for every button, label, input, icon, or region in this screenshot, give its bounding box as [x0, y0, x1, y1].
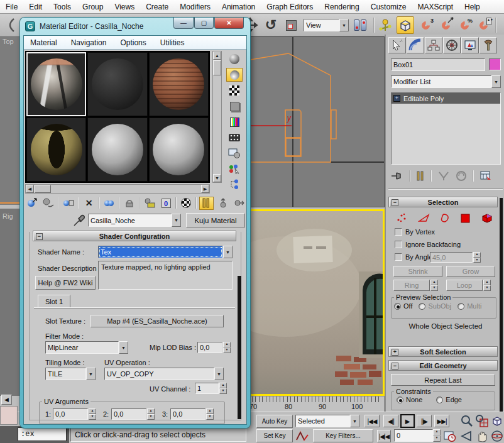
constraint-none-radio[interactable]: None	[397, 396, 422, 403]
material-sample-4[interactable]	[26, 118, 86, 182]
backlight-icon[interactable]	[226, 68, 243, 82]
select-and-scale-icon[interactable]	[283, 17, 299, 33]
show-map-in-viewport-icon[interactable]	[179, 197, 193, 210]
track-bar[interactable]: 70 80 90 100	[245, 396, 385, 413]
get-material-icon[interactable]	[25, 197, 39, 210]
uv-arg2-spinner[interactable]: ▲▼	[147, 408, 155, 420]
sample-type-icon[interactable]	[226, 52, 243, 66]
shader-name-dropdown[interactable]: Tex ▼	[98, 246, 233, 258]
preview-subobj-radio[interactable]: SubObj	[419, 302, 451, 310]
material-sample-1[interactable]	[26, 52, 86, 116]
material-map-navigator-icon[interactable]	[226, 178, 243, 192]
go-to-end-button[interactable]: ▶▶|	[434, 415, 449, 427]
shrink-button[interactable]: Shrink	[393, 266, 442, 277]
play-button[interactable]: ▶	[400, 414, 415, 428]
by-vertex-row[interactable]: By Vertex	[395, 228, 435, 236]
constraint-edge-radio[interactable]: Edge	[436, 396, 462, 403]
menu-maxscript[interactable]: MAXScript	[412, 3, 459, 11]
modifier-stack[interactable]: + Editable Poly	[391, 92, 501, 165]
tab-create[interactable]	[388, 37, 406, 53]
menu-animation[interactable]: Animation	[216, 3, 261, 11]
tab-display[interactable]	[461, 37, 479, 53]
show-end-result-stack-icon[interactable]	[416, 170, 425, 182]
chevron-down-icon[interactable]: ▼	[214, 368, 224, 380]
menu-tools[interactable]: Tools	[48, 3, 77, 11]
maxscript-listener-pink[interactable]	[0, 406, 18, 425]
angle-snap-toggle-icon[interactable]: 3	[417, 17, 434, 33]
collapse-icon[interactable]: −	[36, 233, 43, 240]
me-menu-options[interactable]: Options	[114, 38, 153, 47]
menu-views[interactable]: Views	[109, 3, 140, 11]
time-configuration-icon[interactable]	[444, 430, 456, 442]
uv-arg3-field[interactable]: 0,0	[170, 408, 205, 420]
element-mode-icon[interactable]	[480, 212, 494, 224]
arc-rotate-icon[interactable]	[490, 429, 504, 443]
mip-lod-bias-field[interactable]: 0,0	[197, 342, 222, 353]
tab-hierarchy[interactable]	[425, 37, 442, 53]
material-sample-3[interactable]	[149, 52, 209, 116]
pick-material-eyedropper-icon[interactable]	[73, 214, 85, 227]
material-type-button[interactable]: Kuju Material	[186, 213, 245, 227]
make-unique-icon[interactable]	[437, 170, 450, 182]
configure-modifier-sets-icon[interactable]	[479, 170, 492, 182]
menu-help[interactable]: Help	[459, 3, 486, 11]
expand-icon[interactable]: +	[392, 349, 398, 356]
object-color-swatch[interactable]	[489, 58, 501, 70]
spinner-snap-toggle-icon[interactable]: ▲▼	[475, 17, 491, 33]
make-preview-icon[interactable]	[226, 131, 243, 145]
percent-snap-rotate-icon[interactable]	[437, 17, 454, 33]
remove-modifier-icon[interactable]	[456, 170, 467, 182]
collapse-icon[interactable]: −	[392, 199, 398, 206]
collapse-icon[interactable]: −	[392, 363, 398, 369]
go-to-start-button[interactable]: |◀◀	[364, 415, 380, 427]
material-name-dropdown[interactable]: Casilla_Noche ▼	[88, 214, 181, 227]
assign-material-to-selection-icon[interactable]	[62, 197, 75, 210]
select-and-manipulate-icon[interactable]	[377, 17, 393, 33]
palette-hscrollbar[interactable]: ◀ ▶	[25, 184, 210, 194]
tab-modify[interactable]	[407, 37, 424, 53]
selection-set-dropdown[interactable]: Selected ▼	[295, 415, 359, 427]
grow-button[interactable]: Grow	[446, 266, 495, 277]
vertex-mode-icon[interactable]	[396, 213, 408, 223]
viewport-top-strip[interactable]: Top	[0, 36, 20, 205]
slot-texture-map-button[interactable]: Map #4 (ES_Casilla_Noche.ace)	[90, 315, 224, 327]
use-pivot-point-center-icon[interactable]	[352, 17, 368, 33]
object-name-field[interactable]: Box01	[391, 58, 485, 71]
menu-modifiers[interactable]: Modifiers	[174, 3, 216, 11]
viewport-right-strip[interactable]: Rig	[0, 209, 20, 396]
uv-channel-field[interactable]: 1	[195, 383, 219, 394]
auto-key-button[interactable]: Auto Key	[256, 415, 293, 428]
tab-motion[interactable]	[443, 37, 461, 53]
border-mode-icon[interactable]	[439, 213, 451, 223]
material-id-channel-icon[interactable]: 0	[159, 197, 173, 210]
menu-file[interactable]: File	[0, 3, 23, 11]
minimize-button[interactable]: —	[173, 18, 194, 29]
me-menu-utilities[interactable]: Utilities	[154, 38, 192, 47]
material-sample-6[interactable]	[149, 118, 209, 182]
help-fw2-wiki-button[interactable]: Help @ FW2 Wiki	[35, 276, 96, 290]
uv-arg1-spinner[interactable]: ▲▼	[89, 408, 96, 420]
select-and-rotate-icon[interactable]: ↺	[263, 17, 279, 33]
repeat-last-button[interactable]: Repeat Last	[391, 374, 495, 386]
by-angle-field[interactable]: 45,0	[430, 252, 473, 263]
ignore-backfacing-row[interactable]: Ignore Backfacing	[395, 241, 461, 248]
me-menu-material[interactable]: Material	[24, 38, 65, 47]
snaps-toggle-icon[interactable]	[397, 16, 414, 34]
key-curve-icon[interactable]	[295, 430, 310, 442]
palette-vscrollbar[interactable]: ▲ ▼	[212, 51, 222, 183]
chevron-down-icon[interactable]: ▼	[491, 75, 501, 88]
chevron-down-icon[interactable]: ▼	[223, 246, 233, 258]
loop-button[interactable]: Loop	[446, 280, 483, 291]
frame-spinner[interactable]: ▲▼	[433, 429, 441, 442]
close-button[interactable]: ✕	[214, 18, 244, 29]
preview-off-radio[interactable]: Off	[394, 302, 412, 310]
chevron-down-icon[interactable]: ▼	[86, 368, 96, 380]
polygon-mode-icon[interactable]	[460, 213, 471, 223]
uv-operation-dropdown[interactable]: UV_OP_COPY ▼	[104, 368, 224, 380]
panel-scrollbar[interactable]	[500, 198, 503, 443]
soft-selection-rollout-header[interactable]: + Soft Selection	[388, 346, 498, 357]
reference-coordinate-dropdown[interactable]: View ▼	[304, 19, 349, 31]
expand-icon[interactable]: +	[393, 95, 400, 102]
menu-customize[interactable]: Customize	[365, 3, 412, 11]
previous-frame-button[interactable]: ◀||	[383, 415, 398, 427]
